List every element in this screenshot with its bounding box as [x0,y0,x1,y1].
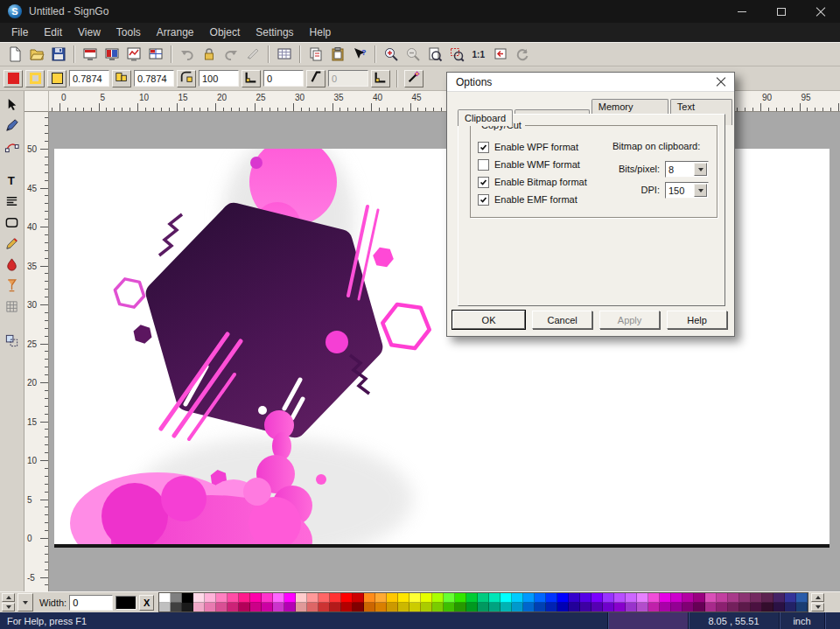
palette-color[interactable] [762,593,774,612]
menu-tools[interactable]: Tools [108,24,149,41]
palette-color[interactable] [421,593,432,612]
corner-radius-button[interactable] [177,70,196,87]
palette-color[interactable] [216,593,228,612]
menu-file[interactable]: File [4,24,36,41]
palette-color[interactable] [671,593,682,612]
menu-edit[interactable]: Edit [36,24,70,41]
cancel-button[interactable]: Cancel [532,311,592,329]
menu-arrange[interactable]: Arrange [149,24,202,41]
palette-color[interactable] [648,593,660,612]
paragraph-tool-button[interactable] [2,193,23,213]
palette-color[interactable] [580,593,592,612]
palette-color[interactable] [637,593,648,612]
fill-tool-button[interactable] [2,256,23,276]
width-spin-down-button[interactable] [2,603,15,612]
menu-view[interactable]: View [70,24,108,41]
menu-object[interactable]: Object [202,24,248,41]
plot-setup-button[interactable] [102,44,122,65]
object-width-input[interactable] [69,70,109,87]
palette-color[interactable] [682,593,694,612]
palette-color[interactable] [500,593,512,612]
bits-per-pixel-combo[interactable]: 8 [665,161,709,178]
effects-wand-button[interactable] [404,70,424,87]
palette-color[interactable] [296,593,307,612]
lock-button[interactable] [199,44,220,65]
angle-input[interactable] [263,70,304,87]
stroke-style-dropdown-button[interactable] [18,593,33,612]
open-file-button[interactable] [26,44,47,65]
palette-color[interactable] [512,593,523,612]
palette-color[interactable] [318,593,330,612]
palette-color[interactable] [660,593,671,612]
rotate-button[interactable] [242,70,261,87]
palette-color[interactable] [262,593,273,612]
palette-color[interactable] [796,593,808,612]
angle-mode-button[interactable] [371,70,390,87]
menu-help[interactable]: Help [302,24,340,41]
palette-color[interactable] [284,593,296,612]
palette-color[interactable] [444,593,455,612]
select-tool-button[interactable] [2,96,23,115]
palette-color[interactable] [717,593,728,612]
zoom-1-1-button[interactable]: 1:1 [468,44,489,65]
menu-settings[interactable]: Settings [248,24,301,41]
palette-color[interactable] [159,593,171,612]
node-edit-tool-button[interactable] [2,138,23,157]
close-button[interactable] [801,0,840,23]
minimize-button[interactable] [722,0,761,23]
palette-color[interactable] [182,593,193,612]
checkbox-enable-wmf-format[interactable] [478,159,489,171]
maximize-button[interactable] [761,0,801,23]
pen-tool-button[interactable] [2,117,23,136]
text-tool-button[interactable]: T [2,172,23,192]
palette-color[interactable] [592,593,603,612]
glass-tool-button[interactable] [2,277,23,297]
shape-tool-button[interactable] [2,214,23,234]
weld-tool-button[interactable] [2,332,23,352]
context-help-button[interactable]: ? [349,44,370,65]
object-height-input[interactable] [134,70,174,87]
palette-color[interactable] [739,593,751,612]
mesh-tool-button[interactable] [2,298,23,318]
palette-color[interactable] [569,593,580,612]
pen-color-button[interactable] [47,70,66,87]
zoom-prev-button[interactable] [490,44,511,65]
dpi-combo[interactable]: 150 [665,182,709,199]
palette-color[interactable] [410,593,421,612]
palette-color[interactable] [728,593,739,612]
paste-plot-button[interactable] [327,44,348,65]
palette-color[interactable] [478,593,489,612]
zoom-page-button[interactable] [424,44,445,65]
palette-color[interactable] [523,593,535,612]
slant-button[interactable] [306,70,326,87]
checkbox-enable-emf-format[interactable] [478,194,489,206]
dialog-close-button[interactable] [713,75,729,89]
help-button[interactable]: Help [667,311,727,329]
palette-color[interactable] [398,593,410,612]
palette-scroll-up-button[interactable] [811,593,824,602]
zoom-in-button[interactable] [381,44,402,65]
ok-button[interactable]: OK [452,311,525,329]
copy-plot-button[interactable] [305,44,326,65]
palette-color[interactable] [535,593,546,612]
save-file-button[interactable] [48,44,69,65]
checkbox-enable-bitmap-format[interactable] [478,177,489,188]
palette-scroll-down-button[interactable] [811,603,824,612]
palette-color[interactable] [205,593,216,612]
plot-output-button[interactable] [80,44,101,65]
palette-color[interactable] [694,593,705,612]
palette-color[interactable] [432,593,444,612]
palette-color[interactable] [603,593,614,612]
palette-color[interactable] [364,593,375,612]
palette-color[interactable] [387,593,398,612]
palette-color[interactable] [626,593,637,612]
palette-color[interactable] [250,593,262,612]
palette-color[interactable] [193,593,205,612]
no-color-button[interactable]: X [139,595,154,611]
combo-dropdown-button[interactable] [694,184,707,197]
fill-color-button[interactable] [4,70,23,87]
palette-color[interactable] [171,593,182,612]
palette-color[interactable] [489,593,500,612]
combo-dropdown-button[interactable] [694,163,707,176]
palette-color[interactable] [751,593,762,612]
